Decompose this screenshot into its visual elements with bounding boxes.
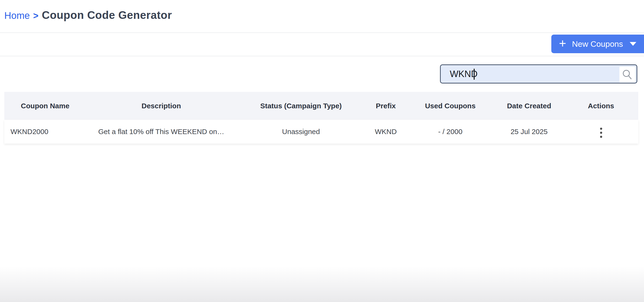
cell-status: Unassigned	[236, 128, 366, 136]
coupon-generator-page: Home > Coupon Code Generator + New Coupo…	[0, 0, 644, 302]
plus-icon: +	[559, 37, 566, 50]
text-cursor	[474, 69, 475, 80]
column-header-actions: Actions	[564, 102, 638, 110]
search-icon[interactable]	[620, 67, 635, 83]
cell-actions	[564, 123, 638, 140]
toolbar-divider	[0, 56, 644, 56]
header-divider	[0, 32, 644, 33]
breadcrumb: Home > Coupon Code Generator	[4, 8, 172, 21]
search-input[interactable]	[441, 65, 636, 83]
column-header-description: Description	[86, 102, 236, 110]
column-header-status: Status (Campaign Type)	[236, 102, 366, 110]
breadcrumb-home-link[interactable]: Home	[4, 10, 30, 21]
kebab-menu-icon[interactable]	[596, 125, 606, 140]
caret-down-icon	[630, 42, 636, 46]
column-header-date-created: Date Created	[494, 102, 564, 110]
column-header-used-coupons: Used Coupons	[406, 102, 494, 110]
cell-description: Get a flat 10% off This WEEKEND on…	[86, 128, 236, 136]
cell-date-created: 25 Jul 2025	[494, 128, 564, 136]
coupons-table: Coupon Name Description Status (Campaign…	[4, 92, 638, 144]
page-title: Coupon Code Generator	[42, 8, 172, 21]
table-header-row: Coupon Name Description Status (Campaign…	[4, 92, 638, 120]
breadcrumb-separator: >	[33, 11, 38, 21]
new-coupons-button[interactable]: + New Coupons	[551, 35, 644, 53]
cell-used-coupons: - / 2000	[406, 128, 494, 136]
column-header-coupon-name: Coupon Name	[4, 102, 86, 110]
cell-coupon-name: WKND2000	[4, 128, 86, 136]
new-coupons-button-label: New Coupons	[572, 39, 623, 49]
search-box	[440, 64, 637, 84]
bottom-gradient	[0, 266, 644, 302]
column-header-prefix: Prefix	[366, 102, 406, 110]
table-row: WKND2000 Get a flat 10% off This WEEKEND…	[4, 120, 638, 144]
cell-prefix: WKND	[366, 128, 406, 136]
